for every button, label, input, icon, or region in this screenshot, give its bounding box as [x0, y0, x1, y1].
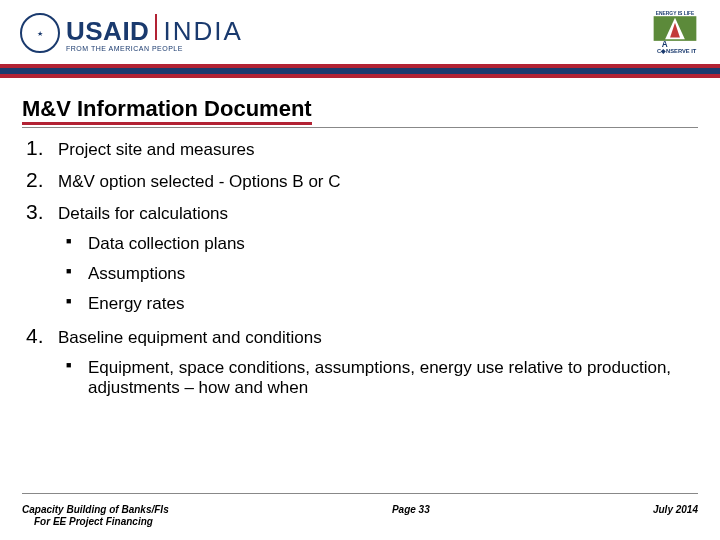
footer-left-line1: Capacity Building of Banks/FIs	[22, 504, 169, 515]
footer-left-line2: For EE Project Financing	[22, 516, 169, 528]
outline-item: 3. Details for calculations	[26, 200, 698, 224]
sub-list: Data collection plans Assumptions Energy…	[22, 234, 698, 314]
header-accent-bar	[0, 64, 720, 78]
svg-text:A: A	[662, 40, 668, 49]
bee-logo: ENERGY IS LIFE A C◆NSERVE IT	[650, 8, 700, 58]
slide-body: M&V Information Document 1. Project site…	[0, 78, 720, 398]
sub-item: Data collection plans	[66, 234, 698, 254]
outline-item: 4. Baseline equipment and conditions	[26, 324, 698, 348]
outline-item: 2. M&V option selected - Options B or C	[26, 168, 698, 192]
sub-item: Equipment, space conditions, assumptions…	[66, 358, 698, 398]
usaid-tagline: FROM THE AMERICAN PEOPLE	[66, 45, 243, 52]
logo-divider	[155, 14, 157, 40]
footer-divider	[22, 493, 698, 494]
slide-title: M&V Information Document	[22, 96, 312, 122]
item-text: Details for calculations	[58, 204, 228, 224]
slide-footer: Capacity Building of Banks/FIs For EE Pr…	[22, 504, 698, 528]
item-number: 1.	[26, 136, 46, 160]
usaid-wordmark: USAID	[66, 16, 149, 47]
footer-date: July 2014	[653, 504, 698, 515]
item-number: 3.	[26, 200, 46, 224]
item-number: 4.	[26, 324, 46, 348]
item-text: Baseline equipment and conditions	[58, 328, 322, 348]
india-wordmark: INDIA	[163, 16, 242, 47]
usaid-seal-icon: ★	[20, 13, 60, 53]
svg-text:C◆NSERVE IT: C◆NSERVE IT	[657, 48, 697, 54]
title-underline	[22, 127, 698, 128]
sub-item: Energy rates	[66, 294, 698, 314]
outline-list: 1. Project site and measures 2. M&V opti…	[22, 136, 698, 224]
outline-item: 1. Project site and measures	[26, 136, 698, 160]
item-text: M&V option selected - Options B or C	[58, 172, 341, 192]
footer-page: Page 33	[392, 504, 430, 515]
usaid-logo: ★ USAID INDIA FROM THE AMERICAN PEOPLE	[20, 13, 243, 53]
sub-item: Assumptions	[66, 264, 698, 284]
outline-list-cont: 4. Baseline equipment and conditions	[22, 324, 698, 348]
footer-left: Capacity Building of Banks/FIs For EE Pr…	[22, 504, 169, 528]
item-number: 2.	[26, 168, 46, 192]
bee-logo-top: ENERGY IS LIFE	[656, 11, 695, 16]
item-text: Project site and measures	[58, 140, 255, 160]
slide-header: ★ USAID INDIA FROM THE AMERICAN PEOPLE E…	[0, 0, 720, 64]
sub-list: Equipment, space conditions, assumptions…	[22, 358, 698, 398]
